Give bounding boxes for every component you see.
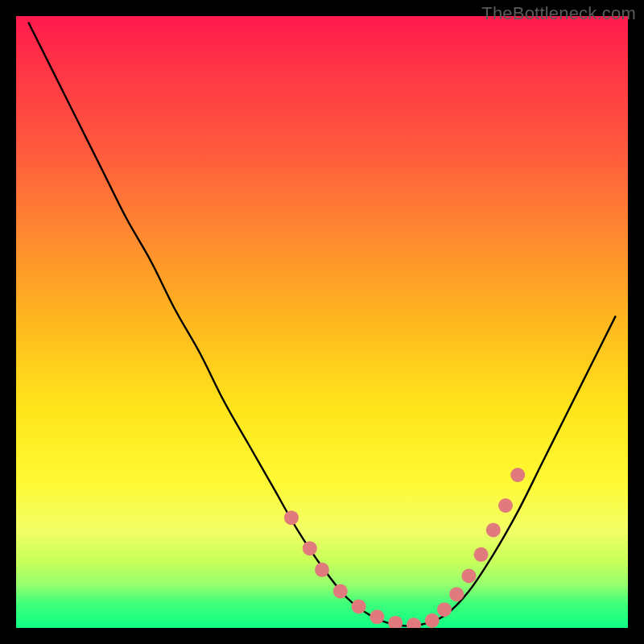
watermark-text: TheBottleneck.com <box>481 3 636 24</box>
curve-marker <box>388 616 402 628</box>
curve-marker <box>425 613 440 628</box>
curve-marker <box>474 547 489 562</box>
curve-marker <box>369 609 384 624</box>
curve-marker <box>315 563 329 577</box>
marker-group <box>284 468 525 628</box>
curve-marker <box>352 599 366 613</box>
curve-marker <box>407 617 421 628</box>
curve-marker <box>303 541 317 555</box>
curve-marker <box>333 584 348 598</box>
bottleneck-curve <box>28 23 616 626</box>
curve-marker <box>461 568 476 583</box>
curve-marker <box>284 510 299 525</box>
plot-area <box>16 16 628 628</box>
curve-marker <box>437 602 452 617</box>
curve-marker <box>510 468 525 482</box>
chart-frame: TheBottleneck.com <box>0 0 644 644</box>
curve-marker <box>498 498 513 513</box>
curve-marker <box>486 522 501 537</box>
curve-marker <box>449 587 464 601</box>
curve-layer <box>16 16 628 628</box>
